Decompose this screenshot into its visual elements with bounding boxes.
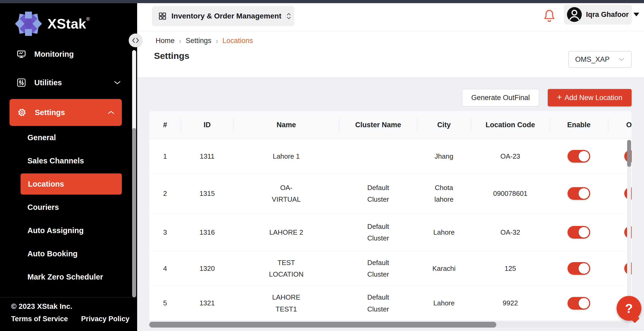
brand-logo[interactable]: XStak® [15,11,90,37]
chevron-down-icon [618,58,625,61]
column-header-o[interactable]: O [608,111,632,139]
page-subheader: Home›Settings›Locations Settings OMS_XAP [137,31,644,77]
toggle-knob [579,263,589,274]
user-menu[interactable]: Iqra Ghafoor [564,4,632,25]
cell-cluster [339,139,417,173]
locations-table-card: #IDNameCluster NameCityLocation CodeEnab… [149,111,632,321]
grid-icon [158,12,167,20]
cell-code: OA-32 [471,214,550,251]
enable-toggle[interactable] [568,150,590,163]
cell-cluster: Default Cluster [339,251,417,286]
cell-cluster: Default Cluster [339,174,417,213]
enable-toggle[interactable] [568,262,590,275]
cell-code: 090078601 [471,174,550,213]
enable-toggle[interactable] [568,226,590,239]
cell-city: Lahore [417,286,471,320]
copyright-text: © 2023 XStak Inc. [11,302,137,311]
column-header-location-code[interactable]: Location Code [471,111,550,139]
privacy-policy-link[interactable]: Privacy Policy [81,315,129,323]
user-name: Iqra Ghafoor [586,11,629,19]
breadcrumb-item-locations[interactable]: Locations [223,37,253,45]
table-row: 31316LAHORE 2Default ClusterLahoreOA-32 [149,214,632,251]
cell-num: 1 [149,139,181,173]
cell-num: 5 [149,286,181,320]
cell-num: 3 [149,214,181,251]
column-header-num[interactable]: # [149,111,181,139]
chevron-down-icon [114,81,121,85]
cell-enable [550,174,608,213]
sidebar-scrollbar-thumb[interactable] [132,128,136,297]
sidebar-scrollbar[interactable] [132,50,136,297]
enable-toggle[interactable] [568,297,590,310]
table-row: 21315OA-VIRTUALDefault ClusterChota laho… [149,174,632,214]
column-header-id[interactable]: ID [181,111,233,139]
enable-toggle[interactable] [568,187,590,200]
column-header-cluster-name[interactable]: Cluster Name [339,111,417,139]
app-switcher-label: Inventory & Order Management [171,12,281,20]
notification-bell-icon[interactable] [543,8,556,24]
sidebar-subitem-sales-channels[interactable]: Sales Channels [0,149,131,172]
table-row: 41320TEST LOCATIONDefault ClusterKarachi… [149,251,632,286]
monitor-icon [16,49,26,59]
terms-of-service-link[interactable]: Terms of Service [11,315,68,323]
workspace-select[interactable]: OMS_XAP [568,51,632,68]
add-new-location-label: Add New Location [565,94,622,102]
cell-name: TEST LOCATION [233,251,339,286]
cell-num: 2 [149,174,181,213]
cell-code: 9922 [471,286,550,320]
cell-id: 1315 [181,174,233,213]
cell-num: 4 [149,251,181,286]
sidebar-item-utilities[interactable]: Utilities [0,71,131,94]
table-body: 11311Lahore 1JhangOA-2321315OA-VIRTUALDe… [149,139,632,321]
caret-down-icon [633,13,639,16]
sidebar-item-label: Utilities [34,78,62,87]
settings-submenu: GeneralSales ChannelsLocationsCouriersAu… [0,126,131,296]
cell-cluster: Default Cluster [339,214,417,251]
table-header-row: #IDNameCluster NameCityLocation CodeEnab… [149,111,632,139]
sidebar-subitem-mark-zero-scheduler[interactable]: Mark Zero Scheduler [0,265,131,289]
sidebar-subitem-slotting[interactable]: Slotting [0,289,131,296]
column-header-name[interactable]: Name [233,111,339,139]
top-window-strip [0,0,644,3]
breadcrumb: Home›Settings›Locations [156,37,253,45]
question-mark-icon: ? [625,301,633,316]
xstak-logo-icon [15,11,42,37]
sidebar-subitem-auto-assigning[interactable]: Auto Assigning [0,219,131,242]
breadcrumb-separator: › [216,37,218,45]
sidebar-menu: Monitoring Utilities [0,47,131,296]
sidebar-subitem-general[interactable]: General [0,126,131,149]
sidebar-item-settings[interactable]: Settings [9,99,122,126]
sidebar-collapse-button[interactable] [129,34,142,47]
breadcrumb-separator: › [179,37,181,45]
breadcrumb-item-settings[interactable]: Settings [186,37,212,45]
toggle-knob [579,188,589,199]
sidebar-subitem-locations[interactable]: Locations [21,173,122,195]
toggle-knob [579,151,589,162]
sidebar-item-label: Monitoring [34,50,74,59]
generate-outfinal-button[interactable]: Generate OutFinal [462,89,539,106]
app-switcher[interactable]: Inventory & Order Management [152,6,294,26]
column-header-city[interactable]: City [417,111,471,139]
cell-enable [550,286,608,320]
sidebar-subitem-auto-booking[interactable]: Auto Booking [0,242,131,265]
cell-city: Karachi [417,251,471,286]
cell-city: Chota lahore [417,174,471,213]
sidebar-subitem-couriers[interactable]: Couriers [0,196,131,219]
toggle-knob [579,227,589,238]
cell-id: 1316 [181,214,233,251]
table-vertical-scrollbar-thumb[interactable] [627,140,631,167]
table-horizontal-scrollbar-thumb[interactable] [149,322,496,328]
table-horizontal-scrollbar[interactable] [149,322,629,328]
cell-id: 1320 [181,251,233,286]
cell-enable [550,139,608,173]
top-header: Inventory & Order Management Iqr [137,3,644,31]
table-vertical-scrollbar[interactable] [627,140,631,319]
add-new-location-button[interactable]: + Add New Location [548,89,632,106]
sidebar-item-monitoring[interactable]: Monitoring [0,47,131,66]
cell-name: Lahore 1 [233,139,339,173]
breadcrumb-item-home[interactable]: Home [156,37,175,45]
plus-icon: + [557,92,562,102]
help-button[interactable]: ? [617,296,641,321]
chevron-up-icon [108,110,114,115]
column-header-enable[interactable]: Enable [550,111,608,139]
